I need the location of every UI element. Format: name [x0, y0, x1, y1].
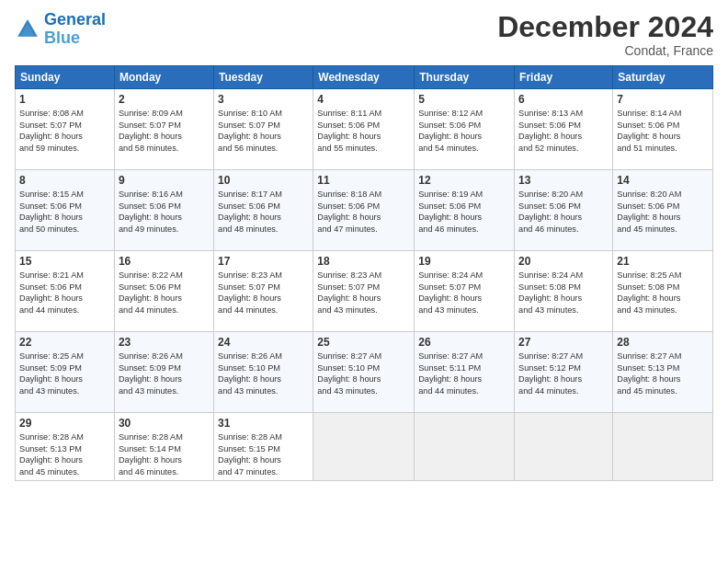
logo-text: GeneralBlue: [44, 11, 106, 48]
table-row: 28Sunrise: 8:27 AMSunset: 5:13 PMDayligh…: [613, 332, 713, 413]
table-row: 11Sunrise: 8:18 AMSunset: 5:06 PMDayligh…: [313, 170, 415, 251]
table-row: 22Sunrise: 8:25 AMSunset: 5:09 PMDayligh…: [16, 332, 115, 413]
table-row: [415, 413, 515, 481]
table-row: 27Sunrise: 8:27 AMSunset: 5:12 PMDayligh…: [515, 332, 613, 413]
table-row: 13Sunrise: 8:20 AMSunset: 5:06 PMDayligh…: [515, 170, 613, 251]
calendar-table: Sunday Monday Tuesday Wednesday Thursday…: [15, 65, 713, 481]
logo-icon: [15, 17, 40, 42]
month-title: December 2024: [497, 11, 713, 43]
table-row: 6Sunrise: 8:13 AMSunset: 5:06 PMDaylight…: [515, 89, 613, 170]
calendar-week-1: 1Sunrise: 8:08 AMSunset: 5:07 PMDaylight…: [16, 89, 713, 170]
table-row: 9Sunrise: 8:16 AMSunset: 5:06 PMDaylight…: [114, 170, 213, 251]
table-row: [313, 413, 415, 481]
calendar-week-4: 22Sunrise: 8:25 AMSunset: 5:09 PMDayligh…: [16, 332, 713, 413]
table-row: 19Sunrise: 8:24 AMSunset: 5:07 PMDayligh…: [415, 251, 515, 332]
logo: GeneralBlue: [15, 11, 106, 48]
table-row: 5Sunrise: 8:12 AMSunset: 5:06 PMDaylight…: [415, 89, 515, 170]
col-friday: Friday: [515, 66, 613, 89]
col-saturday: Saturday: [613, 66, 713, 89]
col-sunday: Sunday: [16, 66, 115, 89]
location: Condat, France: [497, 43, 713, 58]
calendar-week-2: 8Sunrise: 8:15 AMSunset: 5:06 PMDaylight…: [16, 170, 713, 251]
table-row: 29Sunrise: 8:28 AMSunset: 5:13 PMDayligh…: [16, 413, 115, 481]
table-row: 7Sunrise: 8:14 AMSunset: 5:06 PMDaylight…: [613, 89, 713, 170]
col-monday: Monday: [114, 66, 213, 89]
table-row: 25Sunrise: 8:27 AMSunset: 5:10 PMDayligh…: [313, 332, 415, 413]
calendar-week-3: 15Sunrise: 8:21 AMSunset: 5:06 PMDayligh…: [16, 251, 713, 332]
table-row: 12Sunrise: 8:19 AMSunset: 5:06 PMDayligh…: [415, 170, 515, 251]
table-row: 26Sunrise: 8:27 AMSunset: 5:11 PMDayligh…: [415, 332, 515, 413]
table-row: 15Sunrise: 8:21 AMSunset: 5:06 PMDayligh…: [16, 251, 115, 332]
table-row: 17Sunrise: 8:23 AMSunset: 5:07 PMDayligh…: [214, 251, 313, 332]
table-row: 1Sunrise: 8:08 AMSunset: 5:07 PMDaylight…: [16, 89, 115, 170]
col-tuesday: Tuesday: [214, 66, 313, 89]
table-row: 16Sunrise: 8:22 AMSunset: 5:06 PMDayligh…: [114, 251, 213, 332]
table-row: [613, 413, 713, 481]
table-row: 21Sunrise: 8:25 AMSunset: 5:08 PMDayligh…: [613, 251, 713, 332]
table-row: 31Sunrise: 8:28 AMSunset: 5:15 PMDayligh…: [214, 413, 313, 481]
table-row: 4Sunrise: 8:11 AMSunset: 5:06 PMDaylight…: [313, 89, 415, 170]
title-block: December 2024 Condat, France: [497, 11, 713, 58]
table-row: 14Sunrise: 8:20 AMSunset: 5:06 PMDayligh…: [613, 170, 713, 251]
table-row: 24Sunrise: 8:26 AMSunset: 5:10 PMDayligh…: [214, 332, 313, 413]
table-row: 23Sunrise: 8:26 AMSunset: 5:09 PMDayligh…: [114, 332, 213, 413]
header-row: Sunday Monday Tuesday Wednesday Thursday…: [16, 66, 713, 89]
table-row: 2Sunrise: 8:09 AMSunset: 5:07 PMDaylight…: [114, 89, 213, 170]
page-container: GeneralBlue December 2024 Condat, France…: [0, 0, 728, 488]
header: GeneralBlue December 2024 Condat, France: [15, 11, 713, 58]
calendar-week-5: 29Sunrise: 8:28 AMSunset: 5:13 PMDayligh…: [16, 413, 713, 481]
col-thursday: Thursday: [415, 66, 515, 89]
table-row: 10Sunrise: 8:17 AMSunset: 5:06 PMDayligh…: [214, 170, 313, 251]
table-row: 3Sunrise: 8:10 AMSunset: 5:07 PMDaylight…: [214, 89, 313, 170]
table-row: 8Sunrise: 8:15 AMSunset: 5:06 PMDaylight…: [16, 170, 115, 251]
table-row: 30Sunrise: 8:28 AMSunset: 5:14 PMDayligh…: [114, 413, 213, 481]
col-wednesday: Wednesday: [313, 66, 415, 89]
table-row: 20Sunrise: 8:24 AMSunset: 5:08 PMDayligh…: [515, 251, 613, 332]
table-row: 18Sunrise: 8:23 AMSunset: 5:07 PMDayligh…: [313, 251, 415, 332]
table-row: [515, 413, 613, 481]
